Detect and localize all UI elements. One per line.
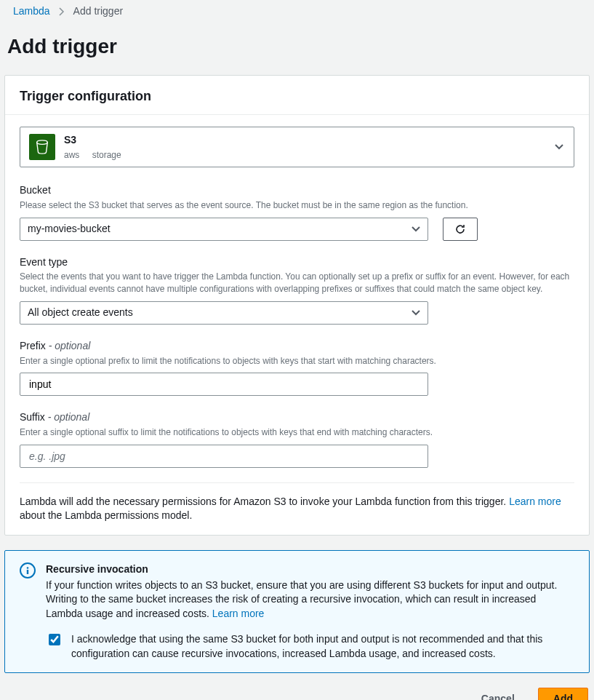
event-type-select[interactable]: All object create events	[20, 301, 428, 325]
event-type-label: Event type	[20, 255, 574, 270]
breadcrumb-root-link[interactable]: Lambda	[13, 4, 50, 19]
breadcrumb-current: Add trigger	[73, 4, 123, 19]
bucket-select[interactable]: my-movies-bucket	[20, 218, 428, 241]
prefix-label: Prefix	[20, 340, 46, 351]
acknowledge-checkbox[interactable]	[49, 634, 60, 645]
suffix-hint: Enter a single optional suffix to limit …	[20, 426, 574, 439]
suffix-optional: - optional	[45, 411, 89, 423]
source-tag-storage: storage	[92, 150, 121, 160]
panel-header: Trigger configuration	[5, 76, 589, 115]
prefix-hint: Enter a single optional prefix to limit …	[20, 355, 574, 367]
suffix-group: Suffix - optional Enter a single optiona…	[20, 410, 574, 467]
bucket-value: my-movies-bucket	[28, 222, 111, 236]
svg-rect-2	[27, 570, 28, 574]
bucket-label: Bucket	[20, 183, 574, 198]
permissions-text: Lambda will add the necessary permission…	[20, 495, 574, 523]
add-button[interactable]: Add	[538, 688, 588, 700]
refresh-icon	[454, 223, 466, 235]
info-learn-more-link[interactable]: Learn more	[212, 608, 265, 619]
source-title: S3	[64, 133, 132, 148]
panel-title: Trigger configuration	[20, 87, 574, 106]
page-title: Add trigger	[7, 32, 590, 60]
info-text: If your function writes objects to an S3…	[46, 579, 557, 619]
acknowledge-label: I acknowledge that using the same S3 buc…	[71, 632, 574, 661]
caret-down-icon	[412, 226, 420, 232]
event-type-group: Event type Select the events that you wa…	[20, 255, 574, 325]
caret-down-icon	[555, 144, 563, 150]
source-tag-aws: aws	[64, 150, 79, 160]
svg-point-0	[37, 140, 48, 145]
trigger-config-panel: Trigger configuration S3 aws storage	[4, 75, 590, 536]
breadcrumb: Lambda Add trigger	[4, 0, 590, 26]
event-type-hint: Select the events that you want to have …	[20, 271, 574, 295]
bucket-group: Bucket Please select the S3 bucket that …	[20, 183, 574, 240]
prefix-input[interactable]	[28, 378, 420, 391]
prefix-optional: - optional	[46, 340, 90, 351]
divider	[20, 482, 574, 483]
footer-buttons: Cancel Add	[4, 688, 590, 700]
prefix-group: Prefix - optional Enter a single optiona…	[20, 339, 574, 396]
info-title: Recursive invocation	[46, 562, 574, 577]
svg-point-1	[27, 567, 29, 569]
chevron-right-icon	[59, 7, 65, 16]
suffix-input-wrapper	[20, 445, 428, 468]
info-icon	[20, 562, 36, 578]
s3-bucket-icon	[29, 134, 55, 160]
source-select[interactable]: S3 aws storage	[20, 127, 574, 167]
caret-down-icon	[412, 310, 420, 316]
event-type-value: All object create events	[28, 306, 133, 320]
prefix-input-wrapper	[20, 373, 428, 396]
permissions-learn-more-link[interactable]: Learn more	[509, 496, 561, 507]
suffix-label: Suffix	[20, 411, 45, 423]
suffix-input[interactable]	[28, 450, 420, 463]
cancel-button[interactable]: Cancel	[467, 688, 529, 700]
bucket-hint: Please select the S3 bucket that serves …	[20, 199, 574, 212]
recursive-invocation-info: Recursive invocation If your function wr…	[4, 550, 590, 674]
refresh-button[interactable]	[443, 218, 478, 241]
